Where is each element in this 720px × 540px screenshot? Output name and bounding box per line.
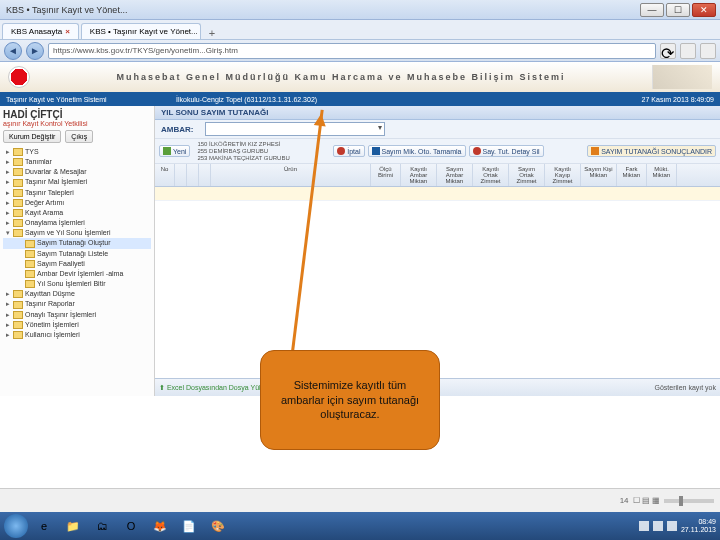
presentation-statusbar: 14 ☐ ▤ ▦ [0,488,720,512]
reload-button[interactable]: ⟳ [660,43,676,59]
browser-tab[interactable]: KBS • Taşınır Kayıt ve Yönet... × [81,23,201,39]
finalize-icon [591,147,599,155]
hint-line: 253 MAKİNA TEÇHİZAT GURUBU [197,155,289,161]
window-close-button[interactable]: ✕ [692,3,716,17]
tab-label: KBS • Taşınır Kayıt ve Yönet... [90,27,198,36]
column-header[interactable]: Sayım Ambar Miktarı [437,164,473,186]
tree-node[interactable]: ▸Kayıttan Düşme [3,289,151,299]
data-grid: NoÜrünÖlçü BirimiKayıtlı Ambar MiktarıSa… [155,164,720,378]
tree-node[interactable]: ▸Onaylı Taşınır İşlemleri [3,310,151,320]
column-header[interactable]: Kayıtlı Kayıp Zimmet [545,164,581,186]
change-org-button[interactable]: Kurum Değiştir [3,130,61,143]
tree-node[interactable]: Sayım Tutanağı Oluştur [3,238,151,248]
tree-node[interactable]: ▸Duvarlar & Mesajlar [3,167,151,177]
tree-node[interactable]: Sayım Faaliyeti [3,259,151,269]
logout-button[interactable]: Çıkış [65,130,93,143]
auto-icon [372,147,380,155]
tree-node[interactable]: Ambar Devir İşlemleri -alma [3,269,151,279]
banner-title: Muhasebat Genel Müdürlüğü Kamu Harcama v… [30,72,652,82]
action-toolbar: Yeni 150 İLKÖĞRETİM KIZ ZPHESİ 255 DEMİR… [155,139,720,164]
taskbar-item[interactable]: 📁 [60,515,86,537]
ambar-label: AMBAR: [161,125,201,134]
home-button[interactable] [680,43,696,59]
column-header[interactable]: No [155,164,175,186]
cancel-button[interactable]: İptal [333,145,364,157]
flag-icon [8,66,30,88]
browser-tab[interactable]: KBS Anasayta × [2,23,79,39]
slide-number: 14 [620,496,629,505]
window-maximize-button[interactable]: ☐ [666,3,690,17]
clock[interactable]: 08:49 27.11.2013 [681,518,716,533]
unit-name: İlkokulu-Cengiz Topel (63112/13.1.31.62.… [176,96,642,103]
taskbar-item[interactable]: 🦊 [147,515,173,537]
column-header[interactable]: Ürün [211,164,371,186]
tree-node[interactable]: Yıl Sonu İşlemleri Bitir [3,279,151,289]
tree-node[interactable]: ▸Tanımlar [3,157,151,167]
banner-image [652,65,712,89]
tray-icon[interactable] [639,521,649,531]
tray-icon[interactable] [653,521,663,531]
new-tab-button[interactable]: + [203,27,221,39]
delete-detail-button[interactable]: Say. Tut. Detay Sil [469,145,544,157]
start-button[interactable] [4,514,28,538]
view-buttons[interactable]: ☐ ▤ ▦ [633,496,660,505]
column-header[interactable] [199,164,211,186]
taskbar-item[interactable]: e [31,515,57,537]
tree-node[interactable]: ▸TYS [3,147,151,157]
user-role: aşınır Kayıt Kontrol Yetkilisi [3,120,151,127]
column-header[interactable]: Ölçü Birimi [371,164,401,186]
column-header[interactable] [187,164,199,186]
column-header[interactable]: Sayım Kişi Miktarı [581,164,617,186]
column-header[interactable]: Sayım Ortak Zimmet [509,164,545,186]
tree-node[interactable]: ▸Onaylama İşlemleri [3,218,151,228]
browser-menu-button[interactable] [700,43,716,59]
plus-icon [163,147,171,155]
tree-node[interactable]: ▸Yönetim İşlemleri [3,320,151,330]
browser-tabstrip: KBS Anasayta × KBS • Taşınır Kayıt ve Yö… [0,20,720,40]
grid-row[interactable] [155,187,720,201]
taskbar-item[interactable]: 🗂 [89,515,115,537]
taskbar-item[interactable]: 🎨 [205,515,231,537]
taskbar-item[interactable]: O [118,515,144,537]
hint-line: 255 DEMİRBAŞ GURUBU [197,148,289,154]
tree-node[interactable]: ▸Değer Artımı [3,198,151,208]
column-header[interactable] [175,164,187,186]
tree-node[interactable]: ▸Taşınır Mal İşlemleri [3,177,151,187]
tree-node[interactable]: ▸Kayıt Arama [3,208,151,218]
column-header[interactable]: Kayıtlı Ortak Zimmet [473,164,509,186]
server-time: 27 Kasım 2013 8:49:09 [642,96,714,103]
tree-node[interactable]: ▸Taşınır Talepleri [3,188,151,198]
forward-button[interactable]: ► [26,42,44,60]
new-button[interactable]: Yeni [159,145,190,157]
record-info: Gösterilen kayıt yok [655,384,716,391]
tree-node[interactable]: Sayım Tutanağı Listele [3,249,151,259]
user-name: HADİ ÇİFTÇİ [3,109,151,120]
ambar-dropdown[interactable] [205,122,385,136]
taskbar-item[interactable]: 📄 [176,515,202,537]
auto-complete-button[interactable]: Sayım Mik. Oto. Tamamla [368,145,466,157]
window-title: KBS • Taşınır Kayıt ve Yönet... [0,5,636,15]
tree-node[interactable]: ▸Taşınır Raporlar [3,299,151,309]
finalize-button[interactable]: SAYIM TUTANAĞI SONUÇLANDIR [587,145,716,157]
tab-close-icon[interactable]: × [65,27,70,36]
address-bar[interactable]: https://www.kbs.gov.tr/TKYS/gen/yonetim.… [48,43,656,59]
zoom-slider[interactable] [664,499,714,503]
tree-node[interactable]: ▸Kullanıcı İşlemleri [3,330,151,340]
column-header[interactable]: Fark Miktarı [617,164,647,186]
column-header[interactable]: Kayıtlı Ambar Miktarı [401,164,437,186]
window-titlebar: KBS • Taşınır Kayıt ve Yönet... — ☐ ✕ [0,0,720,20]
nav-tree: ▸TYS▸Tanımlar▸Duvarlar & Mesajlar▸Taşını… [3,147,151,340]
system-tray[interactable]: 08:49 27.11.2013 [639,518,716,533]
delete-icon [473,147,481,155]
callout-bubble: Sistemimize kayıtlı tüm ambarlar için sa… [260,350,440,450]
site-banner: Muhasebat Genel Müdürlüğü Kamu Harcama v… [0,62,720,92]
tray-icon[interactable] [667,521,677,531]
callout-text: Sistemimize kayıtlı tüm ambarlar için sa… [271,378,429,423]
main-panel: YIL SONU SAYIM TUTANAĞI AMBAR: Yeni 150 … [155,106,720,396]
column-header[interactable]: Mükt. Miktarı [647,164,677,186]
window-minimize-button[interactable]: — [640,3,664,17]
back-button[interactable]: ◄ [4,42,22,60]
cancel-icon [337,147,345,155]
sidebar: HADİ ÇİFTÇİ aşınır Kayıt Kontrol Yetkili… [0,106,155,396]
tree-node[interactable]: ▾Sayım ve Yıl Sonu İşlemleri [3,228,151,238]
